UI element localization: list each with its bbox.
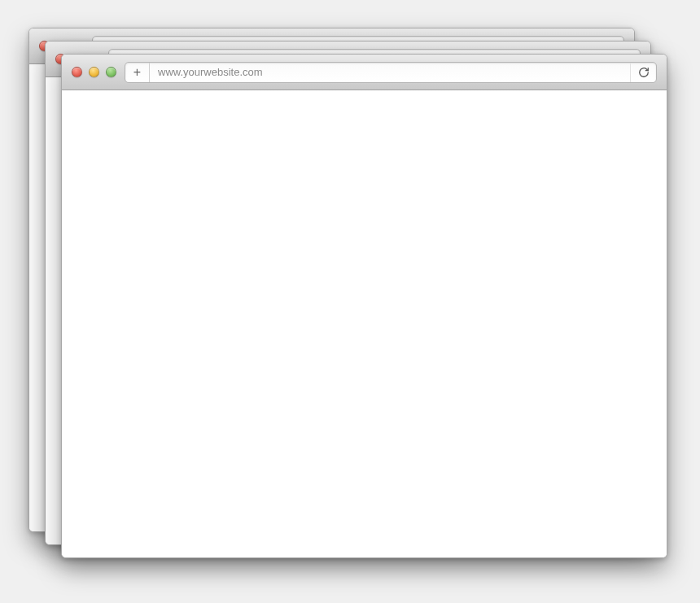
- titlebar: +: [62, 55, 667, 90]
- address-bar: +: [125, 62, 657, 83]
- reload-button[interactable]: [630, 63, 656, 82]
- new-tab-button[interactable]: +: [125, 63, 150, 82]
- close-icon[interactable]: [72, 67, 82, 77]
- minimize-icon[interactable]: [89, 67, 99, 77]
- zoom-icon[interactable]: [106, 67, 116, 77]
- url-input[interactable]: [150, 63, 630, 82]
- reload-icon: [638, 67, 650, 78]
- traffic-lights: [72, 67, 116, 77]
- browser-window-front: +: [61, 54, 667, 558]
- content-area: [62, 90, 667, 557]
- plus-icon: +: [133, 65, 141, 80]
